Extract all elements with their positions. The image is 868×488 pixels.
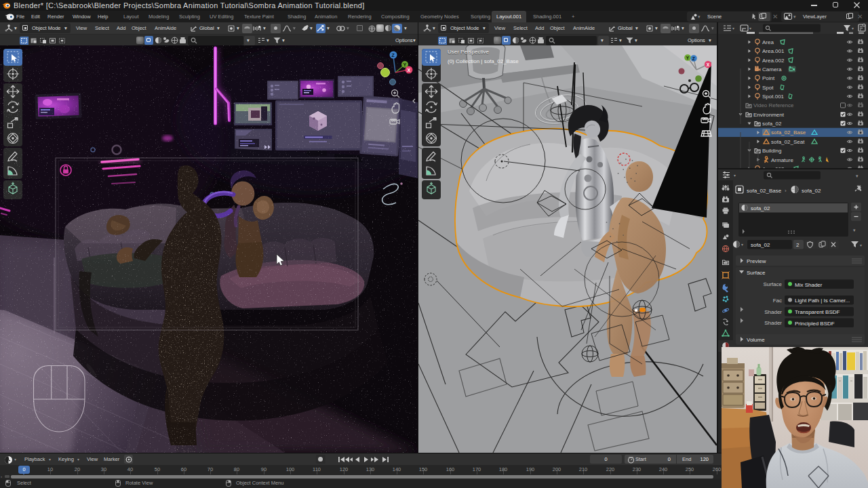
svg-text:(0) Collection | sofa_02_Base: (0) Collection | sofa_02_Base <box>448 58 519 64</box>
svg-text:▾: ▾ <box>856 174 859 178</box>
svg-text:X: X <box>408 68 411 73</box>
svg-text:Y: Y <box>686 56 690 60</box>
svg-text:sofa_02_Base: sofa_02_Base <box>747 188 782 194</box>
svg-text:Principled BSDF: Principled BSDF <box>795 321 835 327</box>
svg-text:Shader: Shader <box>764 309 782 315</box>
svg-text:Camera: Camera <box>762 66 782 73</box>
svg-text:▾: ▾ <box>860 243 862 247</box>
svg-text:Environment: Environment <box>753 112 785 118</box>
svg-text:Preview: Preview <box>747 258 766 264</box>
svg-text:Surface: Surface <box>747 270 766 276</box>
svg-text:›: › <box>785 188 787 194</box>
svg-text:2: 2 <box>796 242 800 248</box>
svg-text:Shader: Shader <box>764 320 782 326</box>
svg-text:sofa_02: sofa_02 <box>751 242 770 248</box>
svg-text:Spot.001: Spot.001 <box>762 94 785 100</box>
svg-text:▾: ▾ <box>853 228 856 232</box>
svg-text:Area: Area <box>762 39 774 45</box>
svg-text:sofa_02: sofa_02 <box>802 188 821 194</box>
svg-text:▾: ▾ <box>732 26 734 30</box>
svg-text:▾: ▾ <box>741 243 743 247</box>
svg-text:X: X <box>707 62 710 67</box>
svg-text:sofa_02: sofa_02 <box>762 121 782 127</box>
svg-text:Spot: Spot <box>762 85 774 91</box>
svg-text:sofa_02: sofa_02 <box>751 205 770 211</box>
svg-text:sofa_02_Seat: sofa_02_Seat <box>771 139 805 145</box>
svg-text:Armature: Armature <box>771 157 793 163</box>
svg-text:Transparent BSDF: Transparent BSDF <box>795 309 840 315</box>
svg-text:Building: Building <box>762 148 781 154</box>
svg-text:Point: Point <box>762 75 775 81</box>
svg-text:Fac: Fac <box>773 298 782 304</box>
svg-text:Video Reference: Video Reference <box>753 102 794 108</box>
svg-text:Area.002: Area.002 <box>762 58 785 64</box>
svg-text:Y: Y <box>403 62 407 67</box>
svg-text:Z: Z <box>692 56 695 61</box>
svg-text:Volume: Volume <box>747 337 765 343</box>
svg-text:▾: ▾ <box>852 26 854 30</box>
svg-text:Mix Shader: Mix Shader <box>795 282 823 288</box>
svg-text:▾: ▾ <box>749 26 751 30</box>
svg-text:▾: ▾ <box>734 174 736 178</box>
svg-text:sofa_02_Base: sofa_02_Base <box>771 129 806 136</box>
svg-text:User Perspective: User Perspective <box>448 49 489 55</box>
svg-text:Area.001: Area.001 <box>762 48 785 54</box>
svg-text:Surface: Surface <box>763 281 782 287</box>
svg-text:Z: Z <box>392 53 395 58</box>
svg-text:Light Path | Is Camer...: Light Path | Is Camer... <box>795 298 850 304</box>
